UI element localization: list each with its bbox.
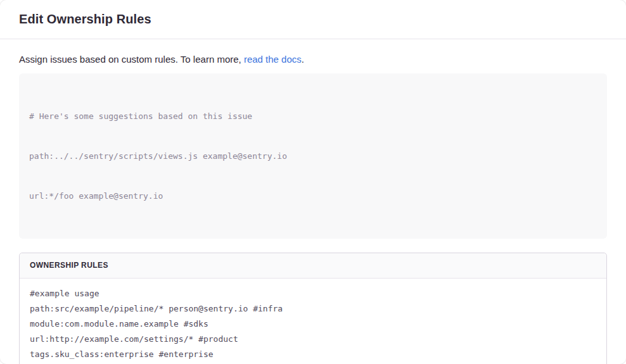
- modal-body: Assign issues based on custom rules. To …: [0, 39, 626, 364]
- description-period: .: [302, 54, 304, 65]
- modal-header: Edit Ownership Rules: [0, 0, 626, 39]
- suggestions-block: # Here's some suggestions based on this …: [19, 73, 607, 239]
- suggestion-line: url:*/foo example@sentry.io: [29, 189, 597, 203]
- edit-ownership-rules-modal: Edit Ownership Rules Assign issues based…: [0, 0, 626, 364]
- suggestion-line: # Here's some suggestions based on this …: [29, 110, 597, 123]
- description: Assign issues based on custom rules. To …: [19, 53, 607, 65]
- page-title: Edit Ownership Rules: [19, 12, 151, 27]
- description-text: Assign issues based on custom rules. To …: [19, 54, 244, 65]
- panel-header: OWNERSHIP RULES: [20, 253, 606, 279]
- ownership-rules-panel: OWNERSHIP RULES #example usage path:src/…: [19, 253, 607, 364]
- read-the-docs-link[interactable]: read the docs: [244, 54, 302, 65]
- ownership-rules-textarea[interactable]: #example usage path:src/example/pipeline…: [20, 279, 606, 364]
- panel-title: OWNERSHIP RULES: [30, 261, 108, 270]
- suggestion-line: path:../../sentry/scripts/views.js examp…: [29, 149, 597, 163]
